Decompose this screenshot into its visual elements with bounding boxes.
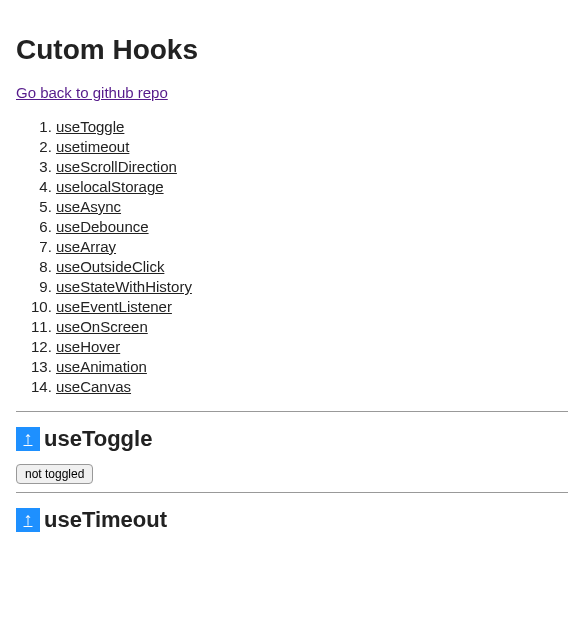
list-item: useStateWithHistory [56,278,568,295]
up-arrow-icon[interactable]: ↑ [16,427,40,451]
section-useToggle: ↑ useToggle not toggled [16,426,568,484]
list-item: useHover [56,338,568,355]
section-divider [16,492,568,493]
hook-link-useToggle[interactable]: useToggle [56,118,124,135]
hook-link-useDebounce[interactable]: useDebounce [56,218,149,235]
list-item: useOnScreen [56,318,568,335]
hook-link-useOnScreen[interactable]: useOnScreen [56,318,148,335]
hook-link-useStateWithHistory[interactable]: useStateWithHistory [56,278,192,295]
section-heading-useTimeout: ↑ useTimeout [16,507,568,533]
list-item: useCanvas [56,378,568,395]
hook-link-useOutsideClick[interactable]: useOutsideClick [56,258,164,275]
hooks-list: useToggle usetimeout useScrollDirection … [16,118,568,395]
up-arrow-icon[interactable]: ↑ [16,508,40,532]
section-useTimeout: ↑ useTimeout [16,507,568,533]
list-item: useAnimation [56,358,568,375]
section-heading-useToggle: ↑ useToggle [16,426,568,452]
list-item: useEventListener [56,298,568,315]
section-title-text: useTimeout [44,507,167,533]
hook-link-useArray[interactable]: useArray [56,238,116,255]
section-title-text: useToggle [44,426,152,452]
section-divider [16,411,568,412]
list-item: useArray [56,238,568,255]
github-repo-link[interactable]: Go back to github repo [16,84,168,101]
hook-link-useCanvas[interactable]: useCanvas [56,378,131,395]
list-item: useToggle [56,118,568,135]
page-title: Cutom Hooks [16,34,568,66]
hook-link-usetimeout[interactable]: usetimeout [56,138,129,155]
list-item: uselocalStorage [56,178,568,195]
list-item: useDebounce [56,218,568,235]
toggle-button[interactable]: not toggled [16,464,93,484]
list-item: useOutsideClick [56,258,568,275]
list-item: useAsync [56,198,568,215]
hook-link-useAnimation[interactable]: useAnimation [56,358,147,375]
hook-link-useEventListener[interactable]: useEventListener [56,298,172,315]
hook-link-useScrollDirection[interactable]: useScrollDirection [56,158,177,175]
list-item: usetimeout [56,138,568,155]
hook-link-useHover[interactable]: useHover [56,338,120,355]
hook-link-useAsync[interactable]: useAsync [56,198,121,215]
hook-link-uselocalStorage[interactable]: uselocalStorage [56,178,164,195]
list-item: useScrollDirection [56,158,568,175]
